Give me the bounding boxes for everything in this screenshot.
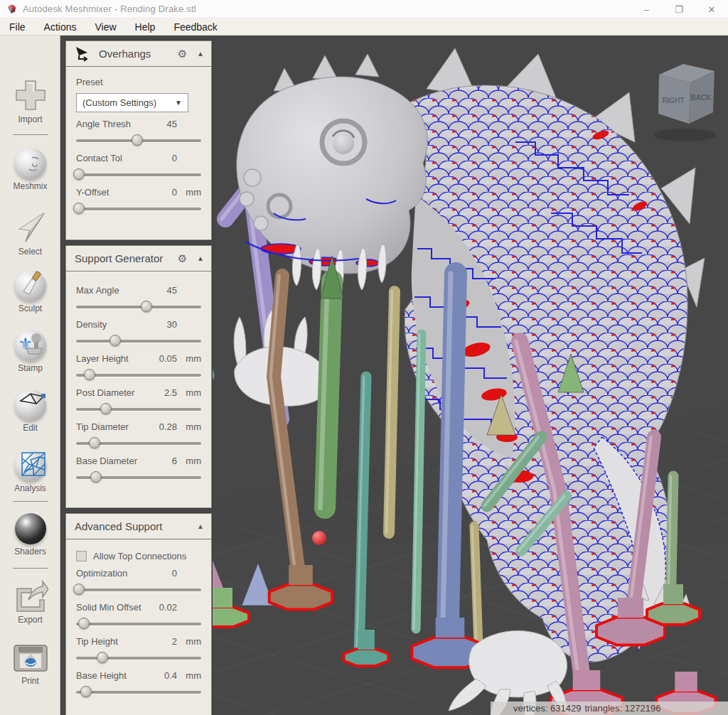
slider-value: 0.02 (144, 602, 177, 613)
slider-thumb[interactable] (73, 584, 85, 595)
gear-icon[interactable]: ⚙ (178, 252, 187, 265)
maximize-button[interactable]: ❐ (663, 0, 695, 18)
slider-track[interactable] (76, 168, 201, 181)
slider-unit: mm (177, 353, 201, 364)
chevron-down-icon: ▼ (169, 99, 188, 107)
sidebar-item-print[interactable]: Print (0, 641, 60, 686)
sidebar-item-export[interactable]: Export (0, 580, 60, 625)
sidebar-item-stamp[interactable]: ⚜ Stamp (0, 330, 60, 373)
slider-track[interactable] (76, 471, 201, 483)
close-button[interactable]: ✕ (695, 0, 728, 18)
slider-unit: mm (177, 387, 201, 398)
slider-row: Density30 (76, 319, 201, 347)
meshmixer-logo-icon (6, 4, 17, 14)
menu-file[interactable]: File (0, 21, 35, 33)
slider-row: Angle Thresh45 (76, 119, 201, 146)
support-foot (647, 603, 700, 625)
menu-actions[interactable]: Actions (35, 21, 86, 33)
sidebar-item-analysis[interactable]: Analysis (0, 450, 60, 493)
gear-icon[interactable]: ⚙ (178, 48, 187, 60)
sidebar-item-edit[interactable]: Edit (0, 389, 60, 433)
slider-row: Y-Offset0mm (76, 187, 201, 215)
slider-row: Layer Height0.05mm (76, 353, 201, 381)
slider-track[interactable] (76, 300, 201, 313)
slider-track[interactable] (76, 134, 201, 146)
slider-track[interactable] (76, 685, 201, 698)
slider-unit (177, 602, 201, 613)
status-bar: vertices: 631429 triangles: 1272196 (491, 701, 728, 715)
slider-thumb[interactable] (141, 301, 152, 312)
svg-text:⚜: ⚜ (18, 334, 33, 353)
stamp-icon: ⚜ (15, 330, 46, 361)
slider-track[interactable] (76, 402, 201, 415)
slider-value: 0 (144, 153, 177, 163)
support-point-ball[interactable] (312, 531, 326, 545)
slider-thumb[interactable] (89, 437, 100, 448)
slider-thumb[interactable] (109, 335, 121, 346)
slider-track[interactable] (76, 436, 201, 449)
slider-thumb[interactable] (132, 134, 143, 146)
slider-label: Density (76, 319, 144, 330)
sidebar-item-sculpt[interactable]: Sculpt (0, 270, 60, 313)
toolbar-sidebar: Import Meshmix Select Sculpt (0, 36, 60, 715)
sidebar-item-select[interactable]: Select (0, 210, 60, 257)
menu-help[interactable]: Help (126, 21, 165, 33)
support-foot (344, 649, 389, 666)
slider-track[interactable] (76, 368, 201, 381)
slider-thumb[interactable] (80, 686, 92, 697)
sidebar-item-meshmix[interactable]: Meshmix (0, 148, 60, 191)
slider-value: 45 (144, 119, 177, 129)
support-foot (269, 584, 333, 609)
slider-thumb[interactable] (90, 471, 102, 483)
slider-thumb[interactable] (73, 203, 85, 214)
vertex-count: vertices: 631429 (513, 703, 581, 714)
allow-top-connections-checkbox[interactable] (76, 551, 87, 561)
slider-track[interactable] (76, 202, 201, 215)
toolbar-separator (13, 501, 48, 502)
overhangs-tool-icon (75, 46, 92, 62)
minimize-button[interactable]: – (630, 0, 663, 18)
nav-cube-back-label[interactable]: BACK (691, 94, 712, 102)
menu-feedback[interactable]: Feedback (164, 21, 226, 33)
allow-top-connections-row: Allow Top Connections (76, 551, 201, 561)
slider-value: 6 (144, 456, 177, 466)
slider-track[interactable] (76, 651, 201, 664)
triangle-count: triangles: 1272196 (584, 703, 660, 714)
slider-thumb[interactable] (73, 168, 85, 180)
slider-value: 2 (144, 636, 177, 647)
slider-unit (177, 319, 201, 330)
slider-track[interactable] (76, 583, 201, 596)
slider-thumb[interactable] (84, 369, 95, 380)
slider-thumb[interactable] (78, 618, 90, 629)
slider-label: Base Diameter (76, 456, 144, 466)
collapse-icon[interactable]: ▲ (197, 50, 204, 58)
preset-dropdown[interactable]: (Custom Settings) ▼ (76, 93, 188, 112)
slider-unit (177, 119, 201, 129)
slider-label: Tip Diameter (76, 421, 144, 432)
slider-value: 0.28 (144, 421, 177, 432)
overhangs-panel: Overhangs ⚙ ▲ Preset (Custom Settings) ▼… (65, 41, 212, 240)
menu-bar: File Actions View Help Feedback (0, 18, 728, 36)
collapse-icon[interactable]: ▲ (197, 522, 204, 530)
slider-unit: mm (177, 670, 201, 681)
slider-thumb[interactable] (97, 652, 108, 663)
slider-label: Y-Offset (76, 187, 144, 198)
slider-row: Contact Tol0 (76, 153, 201, 181)
sidebar-item-import[interactable]: Import (0, 78, 60, 124)
collapse-icon[interactable]: ▲ (197, 254, 204, 262)
menu-view[interactable]: View (85, 21, 125, 33)
sidebar-item-shaders[interactable]: Shaders (0, 513, 60, 557)
toolbar-separator (13, 568, 48, 569)
panel-title: Support Generator (75, 252, 163, 264)
slider-row: Base Height0.4mm (76, 670, 201, 698)
slider-thumb[interactable] (100, 403, 112, 414)
slider-unit (177, 568, 201, 579)
edit-wireframe-icon (15, 389, 46, 421)
slider-track[interactable] (76, 617, 201, 630)
slider-value: 30 (144, 319, 177, 330)
print-3d-printer-icon (13, 641, 48, 674)
slider-value: 0.4 (144, 670, 177, 681)
slider-track[interactable] (76, 334, 201, 347)
panel-title: Advanced Support (75, 520, 162, 532)
nav-cube-right-label[interactable]: RIGHT (662, 97, 684, 104)
